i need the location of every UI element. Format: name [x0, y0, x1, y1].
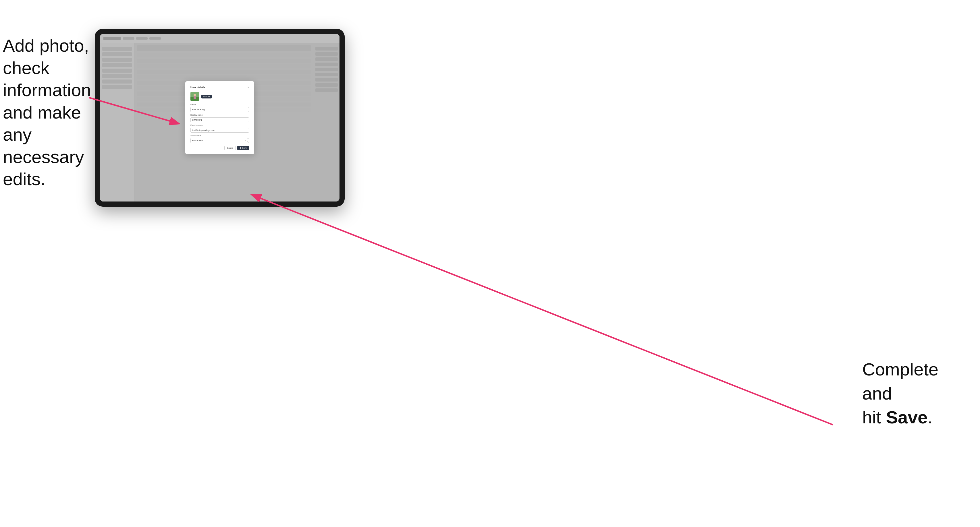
school-year-input[interactable] — [191, 138, 249, 143]
school-year-field-group: School Year × ⌃⌄ — [191, 135, 249, 143]
close-icon[interactable]: × — [248, 86, 249, 89]
chevron-icon[interactable]: ⌃⌄ — [247, 138, 248, 142]
name-label: Name — [191, 104, 249, 106]
save-button[interactable]: ⬆ Save — [237, 146, 249, 150]
modal-title-bar: User details × — [191, 86, 249, 89]
svg-line-7 — [253, 195, 833, 425]
school-year-controls: × ⌃⌄ — [245, 138, 248, 142]
name-input[interactable] — [191, 107, 249, 112]
modal-title: User details — [191, 86, 205, 89]
svg-point-2 — [194, 94, 196, 96]
save-icon: ⬆ — [240, 147, 241, 149]
tablet-device: User details × Upload — [95, 29, 345, 207]
profile-photo-svg — [191, 92, 199, 101]
modal-overlay: User details × Upload — [100, 34, 339, 202]
save-label: Save — [242, 147, 247, 149]
name-field-group: Name — [191, 104, 249, 112]
display-name-field-group: Display name — [191, 114, 249, 122]
upload-button[interactable]: Upload — [201, 95, 212, 98]
email-field-group: Email address — [191, 124, 249, 133]
photo-row: Upload — [191, 92, 249, 101]
display-name-input[interactable] — [191, 117, 249, 122]
photo-thumbnail — [191, 92, 199, 101]
clear-icon[interactable]: × — [245, 139, 246, 141]
svg-rect-3 — [194, 96, 196, 99]
email-label: Email address — [191, 124, 249, 126]
annotation-right: Complete and hit Save. — [862, 357, 971, 429]
annotation-left: Add photo, check information and make an… — [3, 35, 92, 190]
user-details-modal: User details × Upload — [185, 81, 254, 154]
display-name-label: Display name — [191, 114, 249, 116]
cancel-button[interactable]: Cancel — [224, 146, 236, 150]
modal-actions: Cancel ⬆ Save — [191, 146, 249, 150]
tablet-screen: User details × Upload — [100, 34, 339, 202]
email-input[interactable] — [191, 128, 249, 133]
school-year-label: School Year — [191, 135, 249, 137]
school-year-wrapper: × ⌃⌄ — [191, 137, 249, 143]
